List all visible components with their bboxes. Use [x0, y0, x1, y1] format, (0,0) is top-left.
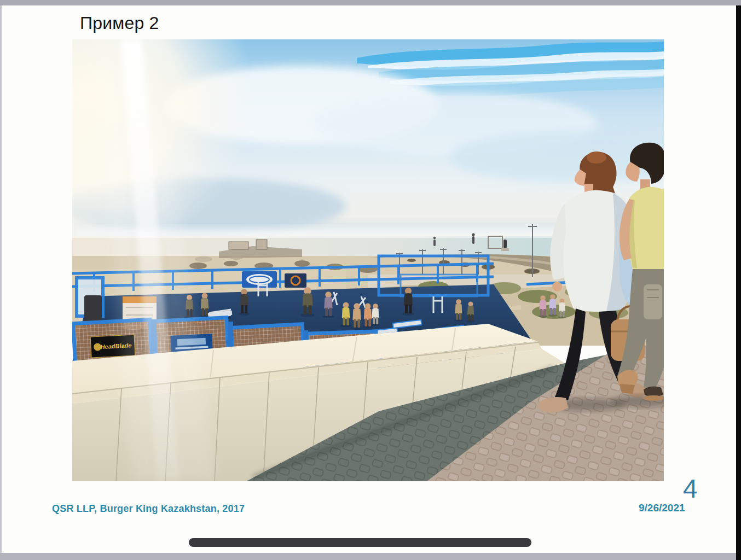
page-title: Пример 2: [80, 13, 159, 33]
footer-source-text: QSR LLP, Burger King Kazakhstan, 2017: [52, 503, 245, 515]
screen-left-edge: [0, 5, 2, 553]
screen-right-edge: [736, 5, 741, 560]
device-screen: Пример 2: [0, 0, 741, 560]
footer-date: 9/26/2021: [639, 502, 685, 514]
home-indicator[interactable]: [189, 538, 531, 547]
screen-top-edge: [0, 0, 741, 5]
photo-sign-ring: [285, 273, 306, 288]
slide-page-number: 4: [683, 474, 698, 504]
slide-photo: HeadBlade: [72, 39, 664, 481]
screen-bottom-edge: [0, 553, 741, 560]
